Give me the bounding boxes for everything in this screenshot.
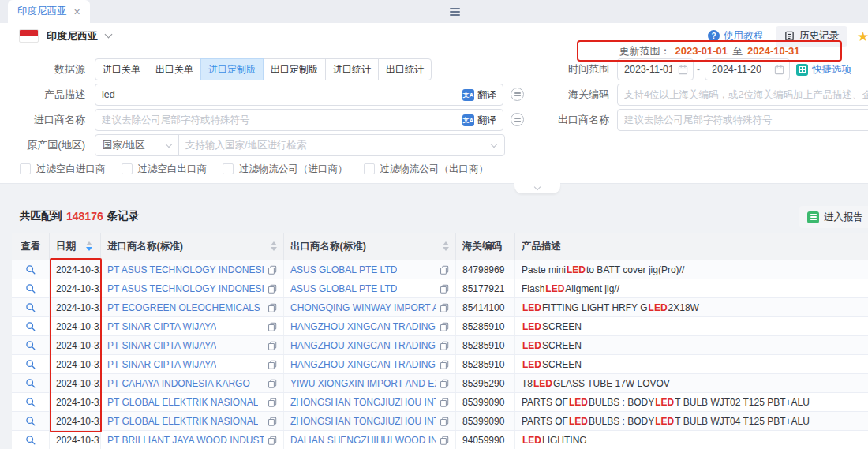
view-button[interactable] — [12, 260, 50, 279]
column-header-3[interactable]: 出口商名称(标准) — [284, 233, 456, 260]
exporter-link[interactable]: ASUS GLOBAL PTE LTD — [290, 283, 397, 294]
hs-code-input[interactable] — [617, 84, 868, 106]
exporter-name-input[interactable] — [617, 109, 868, 131]
filter-checkbox-2[interactable]: 过滤物流公司（进口商） — [223, 163, 348, 176]
exporter-link[interactable]: CHONGQING WINWAY IMPORT AND E... — [290, 302, 436, 313]
copy-icon[interactable] — [268, 322, 277, 331]
copy-icon[interactable] — [440, 417, 449, 426]
datasource-tab-0[interactable]: 进口关单 — [95, 58, 148, 80]
origin-input[interactable]: 国家/地区 — [95, 134, 505, 156]
exporter-link[interactable]: DALIAN SHENGZHIHUI WOOD INDUST... — [290, 435, 436, 446]
view-button[interactable] — [12, 393, 50, 411]
copy-icon[interactable] — [440, 303, 449, 312]
match-option-icon[interactable] — [511, 88, 524, 101]
view-button[interactable] — [12, 412, 50, 430]
copy-icon[interactable] — [268, 436, 277, 445]
importer-link[interactable]: PT CAHAYA INDONESIA KARGO — [107, 378, 250, 389]
copy-icon[interactable] — [440, 398, 449, 407]
copy-icon[interactable] — [268, 398, 277, 407]
importer-link[interactable]: PT SINAR CIPTA WIJAYA — [107, 321, 216, 332]
exporter-link[interactable]: YIWU XIONGXIN IMPORT AND EXPORT... — [290, 378, 436, 389]
importer-link[interactable]: PT SINAR CIPTA WIJAYA — [107, 359, 216, 370]
sort-carets-icon[interactable] — [86, 241, 92, 251]
filter-checkbox-0[interactable]: 过滤空白进口商 — [20, 163, 106, 176]
exporter-link[interactable]: HANGZHOU XINGCAN TRADING CO LTD — [290, 340, 436, 351]
importer-link[interactable]: PT SINAR CIPTA WIJAYA — [107, 340, 216, 351]
view-button[interactable] — [12, 336, 50, 354]
view-button[interactable] — [12, 279, 50, 297]
column-header-1[interactable]: 日期 — [50, 233, 101, 260]
close-icon[interactable]: × — [74, 6, 80, 17]
importer-link[interactable]: PT BRILLIANT JAYA WOOD INDUSTRY — [107, 435, 264, 446]
quick-options-button[interactable]: 快捷选项 — [796, 58, 851, 80]
origin-search-value[interactable] — [179, 140, 492, 151]
filter-checkbox-3[interactable]: 过滤物流公司（出口商） — [364, 163, 489, 176]
copy-icon[interactable] — [268, 417, 277, 426]
date-from-input[interactable] — [617, 58, 694, 80]
date-to-input[interactable] — [705, 58, 790, 80]
enter-report-button[interactable]: 进入报告 — [799, 206, 868, 228]
view-button[interactable] — [12, 298, 50, 316]
collapse-form-button[interactable] — [514, 183, 560, 193]
importer-link[interactable]: PT ECOGREEN OLEOCHEMICALS — [107, 302, 260, 313]
column-label: 产品描述 — [522, 240, 561, 253]
copy-icon[interactable] — [268, 265, 277, 275]
view-button[interactable] — [12, 317, 50, 335]
datasource-tab-2[interactable]: 进口定制版 — [200, 58, 264, 80]
copy-icon[interactable] — [440, 284, 449, 294]
view-button[interactable] — [12, 374, 50, 392]
translate-button[interactable]: 文A 翻译 — [462, 114, 503, 127]
copy-icon[interactable] — [440, 341, 449, 350]
copy-icon[interactable] — [268, 360, 277, 369]
copy-icon[interactable] — [440, 436, 449, 445]
copy-icon[interactable] — [268, 379, 277, 388]
origin-type-select[interactable]: 国家/地区 — [95, 135, 179, 155]
column-header-2[interactable]: 进口商名称(标准) — [101, 233, 284, 260]
sort-carets-icon[interactable] — [271, 241, 277, 251]
checkbox-icon[interactable] — [122, 163, 133, 174]
view-button[interactable] — [12, 355, 50, 373]
favorite-star-icon[interactable]: ★ — [857, 28, 868, 45]
date-cell: 2024-10-31 — [50, 260, 101, 279]
copy-icon[interactable] — [440, 360, 449, 369]
exporter-link[interactable]: HANGZHOU XINGCAN TRADING CO LTD — [290, 321, 436, 332]
copy-icon[interactable] — [268, 341, 277, 350]
importer-link[interactable]: PT ASUS TECHNOLOGY INDONESIA BA... — [107, 283, 264, 294]
exporter-link[interactable]: ZHONGSHAN TONGJIUZHOU INTERNA... — [290, 397, 436, 408]
date-to-value[interactable] — [705, 64, 774, 75]
hs-code-value[interactable] — [618, 89, 868, 100]
checkbox-icon[interactable] — [20, 163, 31, 174]
filter-checkbox-1[interactable]: 过滤空白出口商 — [122, 163, 208, 176]
tab-indonesia[interactable]: 印度尼西亚 × — [8, 0, 90, 23]
importer-name-input[interactable]: 文A 翻译 — [95, 109, 503, 131]
product-desc-input[interactable]: 文A 翻译 — [95, 84, 503, 106]
importer-link[interactable]: PT GLOBAL ELEKTRIK NASIONAL — [107, 397, 258, 408]
exporter-link[interactable]: ASUS GLOBAL PTE LTD — [290, 264, 397, 275]
date-from-value[interactable] — [618, 64, 678, 75]
datasource-tab-1[interactable]: 出口关单 — [148, 58, 201, 80]
datasource-tab-5[interactable]: 出口统计 — [378, 58, 432, 80]
view-button[interactable] — [12, 431, 50, 449]
exporter-link[interactable]: ZHONGSHAN TONGJIUZHOU INTERNA... — [290, 416, 436, 427]
copy-icon[interactable] — [268, 284, 277, 294]
exporter-link[interactable]: HANGZHOU XINGCAN TRADING CO LTD — [290, 359, 436, 370]
checkbox-icon[interactable] — [223, 163, 234, 174]
importer-link[interactable]: PT GLOBAL ELEKTRIK NASIONAL — [107, 416, 258, 427]
datasource-tab-4[interactable]: 进口统计 — [325, 58, 379, 80]
importer-name-value[interactable] — [95, 114, 462, 125]
sort-carets-icon[interactable] — [443, 241, 449, 251]
product-desc-value[interactable] — [95, 89, 462, 100]
chevron-down-icon[interactable] — [105, 31, 113, 39]
exporter-name-value[interactable] — [618, 114, 868, 125]
match-option-icon[interactable] — [511, 113, 524, 126]
copy-icon[interactable] — [440, 265, 449, 275]
datasource-tab-3[interactable]: 出口定制版 — [263, 58, 326, 80]
copy-icon[interactable] — [268, 303, 277, 312]
checkbox-icon[interactable] — [364, 163, 375, 174]
tab-list-icon[interactable] — [450, 8, 460, 16]
exporter-cell: ZHONGSHAN TONGJIUZHOU INTERNA... — [284, 412, 456, 430]
copy-icon[interactable] — [440, 379, 449, 388]
importer-link[interactable]: PT ASUS TECHNOLOGY INDONESIA BA... — [107, 264, 264, 275]
translate-button[interactable]: 文A 翻译 — [462, 88, 503, 102]
copy-icon[interactable] — [440, 322, 449, 331]
